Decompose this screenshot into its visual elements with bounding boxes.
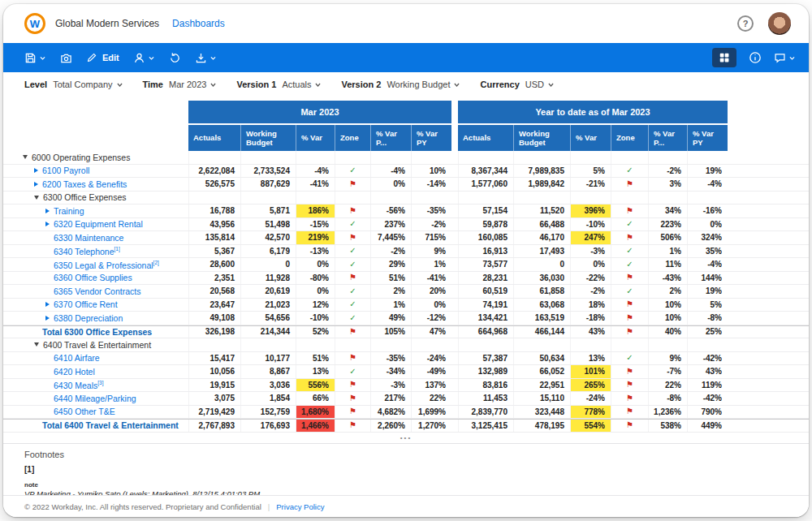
expand-icon[interactable] (45, 302, 50, 307)
row-label[interactable]: 6100 Payroll (42, 166, 89, 175)
mar-pct-var-prior: 2% (370, 285, 411, 298)
row-label[interactable]: 6000 Operating Expenses (32, 153, 130, 162)
row-label[interactable]: 6340 Telephone[1] (54, 246, 120, 256)
table-row: 6410 Airfare15,41710,17751%⚑-35%-24%57,3… (3, 352, 809, 366)
ytd-pct-var (570, 151, 611, 164)
scroll-indicator[interactable]: ••• (3, 433, 809, 443)
row-label[interactable]: Total 6400 Travel & Entertainment (42, 420, 179, 430)
group-header-ytd: Year to date as of Mar 2023 (458, 101, 728, 123)
row-label[interactable]: Total 6300 Office Expenses (42, 327, 152, 337)
ytd-col-header-working-budget[interactable]: Working Budget (513, 125, 570, 151)
footnote-ref[interactable]: [3] (97, 380, 103, 385)
save-button[interactable] (24, 52, 46, 64)
ytd-col-header-actuals[interactable]: Actuals (458, 125, 513, 151)
mar-actuals: 5,367 (188, 245, 240, 258)
grid-view-button[interactable] (712, 48, 736, 67)
filter-value-dropdown[interactable]: Mar 2023 (169, 80, 217, 89)
expand-icon[interactable] (34, 182, 38, 187)
filter-value-dropdown[interactable]: USD (525, 80, 555, 89)
avatar[interactable] (768, 12, 791, 35)
row-label[interactable]: 6320 Equipment Rental (54, 219, 143, 229)
footnote-ref[interactable]: [1] (114, 246, 120, 252)
flag-icon: ⚑ (349, 273, 356, 282)
mar-col-header-var-py[interactable]: % Var PY (411, 125, 451, 151)
flag-icon: ⚑ (349, 328, 356, 336)
filter-value-dropdown[interactable]: Working Budget (387, 80, 460, 89)
row-label[interactable]: 6380 Depreciation (54, 313, 123, 323)
screenshot-button[interactable] (60, 52, 72, 64)
ytd-pct-var-prior: 22% (648, 379, 687, 392)
expand-icon[interactable] (45, 222, 50, 226)
mar-col-header-var[interactable]: % Var (296, 125, 335, 151)
ytd-pct-var: -2% (570, 285, 611, 298)
row-label[interactable]: 6450 Other T&E (54, 407, 115, 416)
mar-pct-var-py (411, 151, 451, 164)
expand-icon[interactable] (45, 316, 50, 321)
row-label[interactable]: 6300 Office Expenses (43, 192, 127, 202)
mar-pct-var-prior: 237% (370, 218, 411, 231)
row-label[interactable]: 6410 Airfare (54, 353, 100, 363)
mar-actuals: 135,814 (188, 231, 240, 244)
ytd-actuals: 2,839,770 (458, 406, 513, 419)
collapse-icon[interactable] (34, 342, 39, 347)
profile-button[interactable] (133, 52, 155, 64)
mar-col-header-zone[interactable]: Zone (335, 125, 370, 151)
ytd-col-header-var-py[interactable]: % Var PY (687, 125, 728, 151)
edit-button[interactable]: Edit (86, 52, 119, 63)
mar-zone (335, 151, 370, 164)
row-label[interactable]: 6330 Maintenance (54, 233, 123, 243)
mar-pct-var-py: 1,699% (411, 406, 451, 419)
ytd-col-header-var-p[interactable]: % Var P... (648, 125, 687, 151)
ytd-pct-var-prior (648, 192, 687, 205)
nav-link-dashboards[interactable]: Dashboards (172, 18, 225, 29)
refresh-button[interactable] (169, 52, 181, 64)
page-footer: © 2022 Workday, Inc. All rights reserved… (3, 495, 809, 517)
row-label[interactable]: 6200 Taxes & Benefits (42, 179, 127, 189)
mar-pct-var-prior: -2% (370, 245, 411, 258)
row-label[interactable]: 6400 Travel & Entertainment (43, 340, 151, 350)
workday-logo[interactable]: W (24, 13, 45, 34)
row-label[interactable]: 6360 Office Supplies (54, 273, 132, 282)
export-button[interactable] (195, 52, 217, 64)
mar-zone: ✓ (335, 285, 370, 298)
ytd-pct-var-py: 0% (687, 218, 728, 231)
help-button[interactable]: ? (737, 15, 754, 32)
mar-working-budget: 5,871 (240, 205, 296, 217)
ytd-zone: ⚑ (611, 299, 648, 312)
filter-time: TimeMar 2023 (143, 80, 218, 89)
row-label[interactable]: 6370 Office Rent (54, 299, 118, 309)
collapse-icon[interactable] (34, 196, 39, 200)
ytd-pct-var: 5% (570, 165, 611, 178)
footnote-ref[interactable]: [2] (153, 260, 159, 265)
mar-col-header-working-budget[interactable]: Working Budget (240, 125, 296, 151)
expand-icon[interactable] (45, 209, 50, 213)
info-button[interactable] (749, 51, 762, 64)
check-icon: ✓ (349, 166, 356, 174)
row-label[interactable]: Training (54, 206, 84, 216)
filter-value-dropdown[interactable]: Actuals (282, 80, 322, 89)
ytd-actuals: 74,191 (458, 299, 513, 312)
row-label[interactable]: 6365 Vendor Contracts (54, 286, 140, 296)
ytd-pct-var-py: 790% (687, 406, 728, 419)
privacy-policy-link[interactable]: Privacy Policy (276, 502, 324, 511)
mar-col-header-actuals[interactable]: Actuals (188, 125, 240, 151)
comment-button[interactable] (774, 52, 796, 64)
mar-col-header-var-p[interactable]: % Var P... (370, 125, 411, 151)
check-icon: ✓ (349, 314, 356, 322)
expand-icon[interactable] (34, 168, 38, 173)
row-label-cell: 6380 Depreciation (3, 312, 188, 325)
row-label[interactable]: 6440 Mileage/Parking (54, 394, 136, 403)
ytd-working-budget: 17,493 (513, 245, 570, 258)
row-label[interactable]: 6420 Hotel (54, 367, 95, 377)
spacer (728, 178, 809, 191)
ytd-pct-var-py: 19% (687, 285, 728, 298)
filter-value-dropdown[interactable]: Total Company (53, 80, 123, 89)
mar-actuals (188, 151, 240, 164)
mar-working-budget: 6,179 (240, 245, 296, 258)
ytd-col-header-zone[interactable]: Zone (611, 125, 648, 151)
row-label[interactable]: 6430 Meals[3] (54, 380, 104, 390)
ytd-col-header-var[interactable]: % Var (570, 125, 611, 151)
mar-actuals: 49,108 (188, 312, 240, 325)
row-label[interactable]: 6350 Legal & Professional[2] (54, 260, 159, 270)
collapse-icon[interactable] (23, 155, 28, 159)
